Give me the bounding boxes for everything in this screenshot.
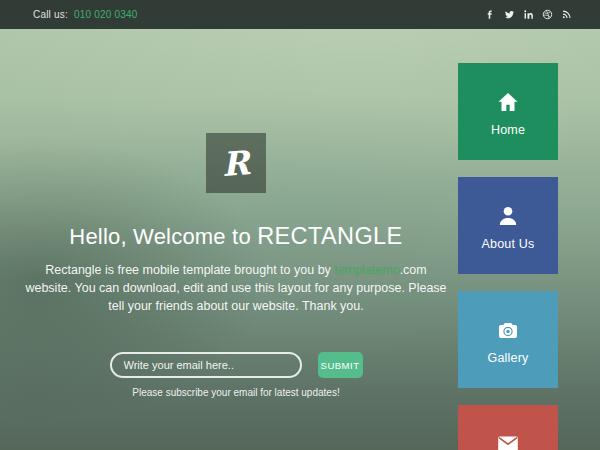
user-icon <box>496 204 520 228</box>
sidebar-item-label: Home <box>491 123 525 137</box>
twitter-icon[interactable] <box>504 9 515 20</box>
sidebar-item-label: About Us <box>481 237 534 251</box>
topbar: Call us: 010 020 0340 <box>0 0 600 29</box>
heading-prefix: Hello, Welcome to <box>69 224 257 249</box>
sidebar-item-about-us[interactable]: About Us <box>458 177 558 274</box>
phone-link[interactable]: 010 020 0340 <box>74 9 138 20</box>
logo: R <box>206 133 266 193</box>
sidebar-item-contact[interactable] <box>458 405 558 450</box>
sidebar-item-label: Gallery <box>488 351 529 365</box>
home-icon <box>496 90 520 114</box>
call-us: Call us: 010 020 0340 <box>33 9 138 20</box>
social-links <box>485 9 572 20</box>
rss-icon[interactable] <box>561 9 572 20</box>
intro-text-before: Rectangle is free mobile template brough… <box>45 263 334 277</box>
submit-button[interactable]: SUBMIT <box>318 352 363 378</box>
envelope-icon <box>496 432 520 450</box>
subscribe-note: Please subscribe your email for latest u… <box>20 387 452 398</box>
call-us-label: Call us: <box>33 9 68 20</box>
facebook-icon[interactable] <box>485 9 496 20</box>
hero-section: R Hello, Welcome to RECTANGLE Rectangle … <box>20 0 452 450</box>
intro-paragraph: Rectangle is free mobile template brough… <box>24 261 448 315</box>
sidebar-menu: Home About Us Gallery <box>458 63 558 450</box>
templatemo-link[interactable]: templatemo <box>334 263 399 277</box>
email-input[interactable] <box>110 352 302 378</box>
logo-letter: R <box>221 143 251 184</box>
subscribe-form: SUBMIT <box>20 352 452 378</box>
dribbble-icon[interactable] <box>542 9 553 20</box>
linkedin-icon[interactable] <box>523 9 534 20</box>
page-title: Hello, Welcome to RECTANGLE <box>20 223 452 250</box>
sidebar-item-gallery[interactable]: Gallery <box>458 291 558 388</box>
sidebar-item-home[interactable]: Home <box>458 63 558 160</box>
camera-icon <box>496 318 520 342</box>
heading-brand: RECTANGLE <box>257 223 403 249</box>
page: Call us: 010 020 0340 R Hello, Welcom <box>0 0 600 450</box>
